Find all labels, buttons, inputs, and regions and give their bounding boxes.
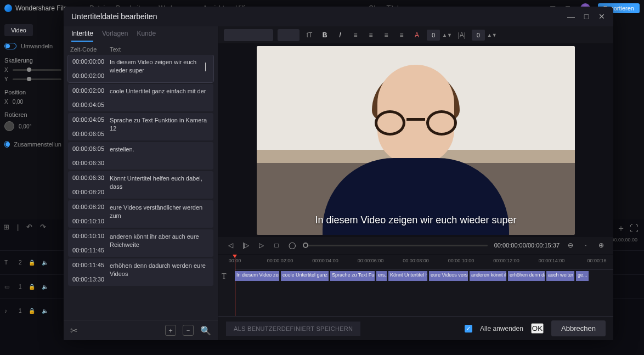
list-actions: ✂ ＋ － 🔍 [64,320,218,340]
sub-text[interactable]: anderen könnt ihr aber auch eure Reichwe… [108,229,213,257]
zoom-reset-icon[interactable]: · [581,241,590,250]
close-icon[interactable]: ✕ [598,13,606,20]
split-icon[interactable]: ✂ [70,325,77,336]
stop-icon[interactable]: □ [272,241,281,250]
play-icon[interactable]: ▷ [257,241,265,250]
subtitle-clip[interactable]: In diesem Video zei... [235,271,280,281]
mini-ruler[interactable]: 00:0000:00:02:0000:00:04:0000:00:06:0000… [235,255,613,270]
tool-grid-icon[interactable]: ⊞ [3,223,9,231]
ok-button[interactable]: OK [531,323,544,334]
search-icon[interactable]: 🔍 [200,325,211,336]
transform-toggle[interactable] [4,43,16,49]
preview-scrubber[interactable] [303,245,488,246]
zoom-out-preview-icon[interactable]: ⊖ [566,241,575,250]
text-track-icon: T [4,260,12,266]
text-track-icon: T [222,272,227,281]
letter-spacing-input[interactable] [427,30,440,41]
position-section-label: Position [4,89,61,95]
rotate-dial[interactable] [4,121,14,131]
sub-text[interactable]: In diesem Video zeigen wir euch wieder s… [108,55,213,82]
lock-icon[interactable]: 🔒 [29,308,35,314]
sub-text[interactable]: erhöhen denn dadurch werden eure Videos [108,258,213,286]
cancel-button[interactable]: Abbrechen [551,320,606,336]
subtitle-clip[interactable]: erhöhen denn da... [508,271,545,281]
subtitle-clip[interactable]: anderen könnt ih... [470,271,507,281]
align-left-icon[interactable]: ≡ [350,31,361,39]
spinner-icon[interactable]: ▲▼ [442,32,452,38]
pos-x-input[interactable] [13,99,35,105]
subtitle-clip[interactable]: auch weiter e... [546,271,575,281]
subtitle-clip[interactable]: ers... [376,271,387,281]
sub-text[interactable]: Sprache zu Text Funktion in Kamera 12 [108,113,213,140]
apply-all-checkbox[interactable]: ✓ [465,325,472,333]
subtitle-list-pane: Intertite Vorlagen Kunde Zeit-Code Text … [64,26,218,340]
subtitle-row[interactable]: 00:00:00:0000:00:02:00In diesem Video ze… [68,55,213,82]
mini-timeline[interactable]: T 00:0000:00:02:0000:00:04:0000:00:06:00… [218,254,613,317]
mute-icon[interactable]: 🔈 [42,260,48,266]
font-select[interactable] [224,29,273,41]
align-right-icon[interactable]: ≡ [381,31,392,39]
subtitle-row[interactable]: 00:00:11:4500:00:13:30erhöhen denn dadur… [68,258,213,286]
save-custom-button[interactable]: ALS BENUTZERDEFINIERT SPEICHERN [226,322,360,336]
subtitle-row[interactable]: 00:00:02:0000:00:04:05coole Untertitel g… [68,84,213,111]
remove-subtitle-button[interactable]: － [183,325,194,336]
lock-icon[interactable]: 🔒 [29,284,35,290]
mute-icon[interactable]: 🔈 [42,308,48,314]
sub-text[interactable]: Könnt Untertitel helfen euch dabei, dass [108,171,213,199]
minimize-icon[interactable]: — [567,13,575,20]
inspector-panel: Video Umwandeln Skalierung X Y Position … [0,20,66,160]
zoom-fit-icon[interactable]: ⛶ [630,224,639,234]
lock-icon[interactable]: 🔒 [29,260,35,266]
bold-button[interactable]: B [319,31,330,39]
redo-icon[interactable]: ↷ [40,223,46,231]
subtitle-clip[interactable]: ge... [576,271,589,281]
sub-text[interactable]: erstellen. [108,142,213,170]
scale-y-slider[interactable] [13,78,61,80]
align-justify-icon[interactable]: ≡ [396,31,407,39]
line-height-icon[interactable]: |A| [456,31,467,39]
compose-toggle[interactable] [4,141,9,148]
add-subtitle-button[interactable]: ＋ [165,325,176,336]
text-color-icon[interactable]: A [411,31,422,39]
subtitle-row[interactable]: 00:00:10:1000:00:11:45anderen könnt ihr … [68,229,213,257]
tab-customer[interactable]: Kunde [137,30,156,42]
scale-x-label: X [4,67,8,73]
subtitle-clip[interactable]: Sprache zu Text Funkti... [330,271,375,281]
sub-in: 00:00:11:45 [72,262,103,268]
subtitle-clip[interactable]: Könnt Untertitel h... [388,271,428,281]
scale-section-label: Skalierung [4,57,61,64]
preview-caption: In diesem Video zeigen wir euch wieder s… [257,215,575,226]
play-from-start-icon[interactable]: |▷ [241,241,250,250]
sub-text[interactable]: coole Untertitel ganz einfach mit der [108,84,213,111]
zoom-in-icon[interactable]: ＋ [617,223,625,234]
loop-icon[interactable]: ◯ [287,241,296,250]
zoom-in-preview-icon[interactable]: ⊕ [597,241,606,250]
sub-in: 00:00:06:30 [72,174,103,181]
subtitle-row[interactable]: 00:00:06:0500:00:06:30erstellen. [68,142,213,170]
playhead[interactable] [235,255,235,317]
subtitle-row[interactable]: 00:00:04:0500:00:06:05Sprache zu Text Fu… [68,113,213,140]
maximize-icon[interactable]: □ [583,13,590,20]
tab-intertitle[interactable]: Intertite [71,30,93,42]
line-height-input[interactable] [472,30,485,41]
inspector-tab-video[interactable]: Video [4,24,33,36]
font-size-select[interactable] [278,29,300,41]
align-center-icon[interactable]: ≡ [365,31,376,39]
subtitle-row[interactable]: 00:00:06:3000:00:08:20Könnt Untertitel h… [68,171,213,199]
text-transform-icon[interactable]: tT [304,31,315,39]
italic-button[interactable]: I [335,31,346,39]
spinner-icon[interactable]: ▲▼ [487,32,497,38]
sub-in: 00:00:00:00 [72,58,103,65]
tab-templates[interactable]: Vorlagen [102,30,128,42]
scale-x-slider[interactable] [13,69,61,71]
prev-frame-icon[interactable]: ◁ [226,241,235,250]
undo-icon[interactable]: ↶ [26,223,32,231]
ruler-tick: 00:00:06:00 [358,258,384,263]
subtitle-clip[interactable]: eure Videos verstä... [429,271,468,281]
mute-icon[interactable]: 🔈 [42,284,48,290]
subtitle-row[interactable]: 00:00:08:2000:00:10:10eure Videos verstä… [68,200,213,228]
subtitle-scroll[interactable]: 00:00:00:0000:00:02:00In diesem Video ze… [64,55,218,320]
video-preview[interactable]: In diesem Video zeigen wir euch wieder s… [257,46,575,235]
subtitle-clip[interactable]: coole Untertitel ganz ... [281,271,329,281]
sub-text[interactable]: eure Videos verständlicher werden zum [108,200,213,228]
